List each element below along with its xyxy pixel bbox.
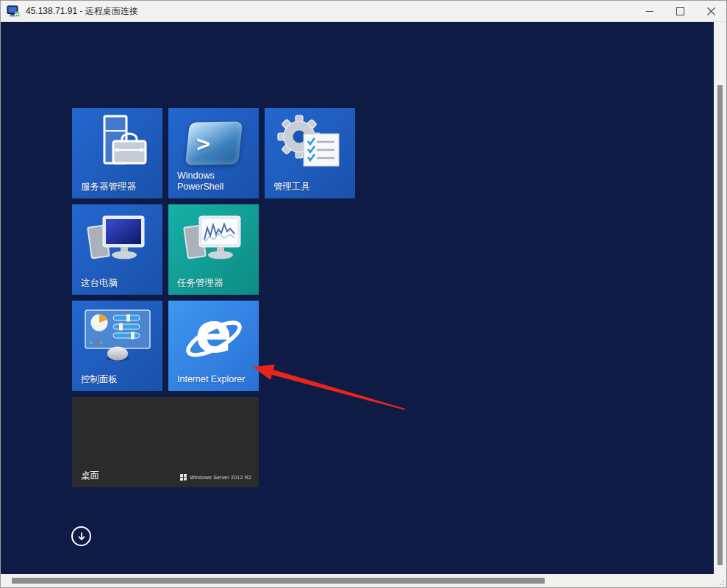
vertical-scrollbar-thumb[interactable] [717,85,723,565]
window-title: 45.138.71.91 - 远程桌面连接 [26,5,138,18]
windows-logo-icon [180,474,187,481]
task-manager-icon [168,210,259,268]
horizontal-scrollbar[interactable] [1,574,714,587]
minimize-button[interactable] [634,1,665,21]
window-controls [634,1,726,21]
tile-this-pc[interactable]: 这台电脑 [72,204,162,295]
tile-admin-tools[interactable]: 管理工具 [265,108,355,198]
tile-label: 服务器管理器 [81,182,157,193]
resize-grip-icon [714,574,726,587]
windows-server-brand: Windows Server 2012 R2 [180,474,251,481]
rdp-window: 45.138.71.91 - 远程桌面连接 [0,0,727,588]
tile-label: 这台电脑 [81,278,157,290]
close-button[interactable] [695,1,726,21]
titlebar[interactable]: 45.138.71.91 - 远程桌面连接 [1,1,726,22]
tile-label: 控制面板 [81,374,157,386]
annotation-arrow [1,22,714,574]
remote-desktop-icon [7,5,21,18]
tile-label: Internet Explorer [177,374,253,386]
tile-control-panel[interactable]: 控制面板 [72,301,162,391]
server-manager-icon [72,114,162,172]
control-panel-icon [72,306,162,365]
admin-tools-icon [265,114,355,172]
internet-explorer-icon: e [168,306,259,365]
tile-label: 管理工具 [273,182,349,193]
circled-down-arrow-icon [77,531,86,541]
tile-label: Windows PowerShell [177,171,253,193]
horizontal-scrollbar-thumb[interactable] [12,578,545,584]
tile-label: 任务管理器 [177,278,253,290]
maximize-icon [676,7,684,15]
remote-desktop-viewport: 服务器管理器 > Windows PowerShell [1,22,714,574]
maximize-button[interactable] [665,1,695,21]
this-pc-icon [72,210,162,268]
tile-task-manager[interactable]: 任务管理器 [168,204,259,295]
tile-windows-powershell[interactable]: > Windows PowerShell [168,108,259,198]
tile-server-manager[interactable]: 服务器管理器 [72,108,162,198]
close-icon [707,7,715,15]
vertical-scrollbar[interactable] [714,22,726,574]
tile-internet-explorer[interactable]: e Internet Explorer [168,301,259,391]
resize-grip[interactable] [714,574,726,587]
minimize-icon [645,7,653,15]
all-apps-button[interactable] [71,526,91,546]
powershell-icon: > [168,114,259,172]
tile-desktop[interactable]: 桌面 Windows Server 2012 R2 [72,397,259,487]
